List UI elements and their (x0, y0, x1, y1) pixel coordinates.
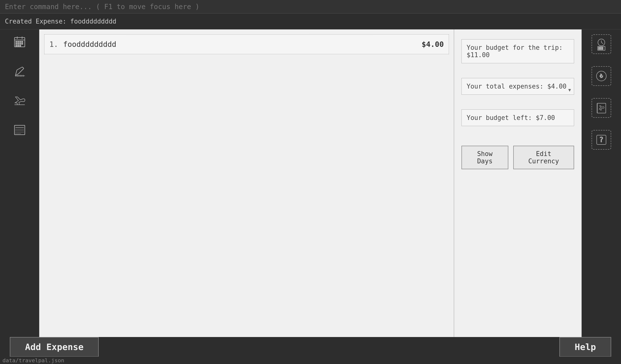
edit-currency-button[interactable]: Edit Currency (513, 146, 574, 169)
svg-rect-42 (600, 49, 601, 50)
bottom-bar: Add Expense Help (0, 337, 621, 357)
expense-panel: 1. fooddddddddd $4.00 (39, 30, 454, 337)
filepath-bar: data/travelpal.json (0, 357, 621, 364)
airplane-icon[interactable] (12, 93, 27, 108)
left-sidebar (0, 30, 39, 337)
svg-rect-38 (598, 47, 600, 48)
svg-rect-8 (16, 43, 17, 44)
svg-line-36 (601, 42, 603, 44)
budget-panel: Your budget for the trip: $11.00 Your to… (454, 30, 582, 337)
main-area: 1. fooddddddddd $4.00 Your budget for th… (0, 30, 621, 337)
svg-rect-43 (602, 49, 603, 50)
expense-number: 1. (49, 40, 58, 49)
svg-line-16 (17, 67, 22, 70)
budget-for-trip: Your budget for the trip: $11.00 (462, 39, 574, 63)
svg-rect-12 (16, 45, 17, 46)
svg-line-17 (22, 67, 24, 68)
filepath-text: data/travelpal.json (2, 357, 64, 364)
add-expense-button[interactable]: Add Expense (10, 337, 99, 357)
command-bar (0, 0, 621, 14)
calendar-icon[interactable] (12, 34, 27, 49)
svg-rect-46 (597, 103, 606, 113)
svg-rect-40 (602, 47, 603, 48)
expense-item[interactable]: 1. fooddddddddd $4.00 (44, 34, 449, 54)
expense-amount: $4.00 (422, 40, 444, 49)
help-button[interactable]: Help (559, 337, 611, 357)
flight-book-icon[interactable] (591, 98, 611, 118)
svg-rect-10 (20, 43, 21, 44)
svg-rect-9 (18, 43, 19, 44)
budget-buttons: Show Days Edit Currency (462, 146, 574, 169)
svg-text:₺: ₺ (600, 73, 603, 79)
svg-rect-14 (20, 45, 21, 46)
svg-rect-28 (15, 125, 25, 135)
svg-rect-13 (18, 45, 19, 46)
show-days-button[interactable]: Show Days (462, 146, 508, 169)
svg-line-18 (18, 68, 24, 74)
list-icon[interactable] (12, 123, 27, 137)
right-sidebar: ₺ ? (582, 30, 621, 337)
svg-rect-41 (598, 49, 600, 50)
pencil-icon[interactable] (12, 64, 27, 79)
help-question-icon[interactable]: ? (591, 130, 611, 150)
command-input[interactable] (5, 3, 616, 11)
svg-rect-39 (600, 47, 601, 48)
svg-text:?: ? (599, 136, 603, 144)
svg-rect-5 (18, 41, 19, 42)
total-expenses: Your total expenses: $4.00 (462, 78, 574, 95)
budget-left: Your budget left: $7.00 (462, 109, 574, 126)
currency-icon[interactable]: ₺ (591, 66, 611, 86)
svg-rect-11 (22, 43, 23, 44)
status-text: Created Expense: fooddddddddd (5, 18, 116, 25)
expense-name: fooddddddddd (63, 40, 422, 49)
svg-rect-4 (16, 41, 17, 42)
svg-rect-6 (20, 41, 21, 42)
svg-rect-7 (22, 41, 23, 42)
clock-calculator-icon[interactable] (591, 34, 611, 54)
status-bar: Created Expense: fooddddddddd (0, 14, 621, 30)
